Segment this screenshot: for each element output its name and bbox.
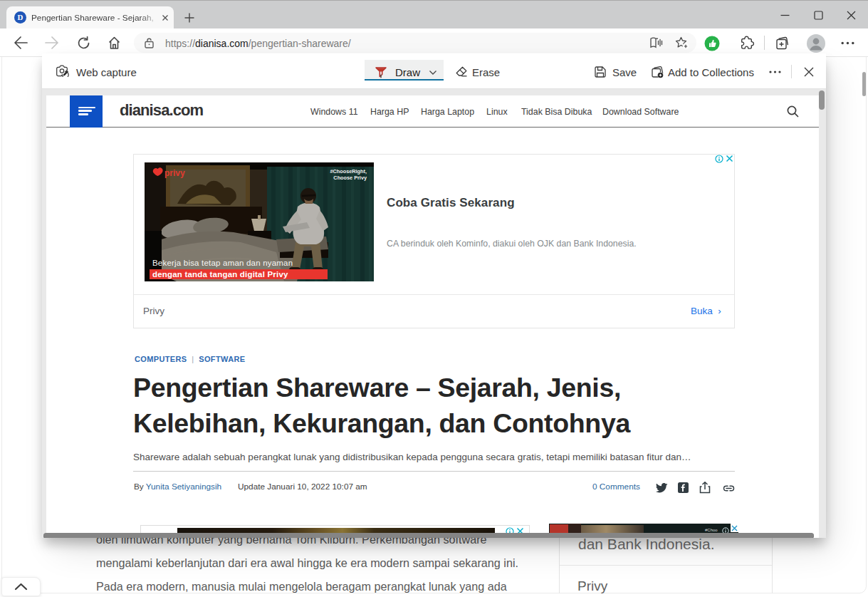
svg-text:Bekerja bisa tetap aman dan ny: Bekerja bisa tetap aman dan nyaman — [152, 259, 293, 267]
svg-text:dengan tanda tangan digital Pr: dengan tanda tangan digital Privy — [152, 270, 288, 279]
svg-text:D: D — [18, 13, 23, 21]
svg-text:privy: privy — [164, 168, 185, 178]
svg-text:Choose Privy: Choose Privy — [333, 175, 367, 181]
svg-text:#ChooseRight,: #ChooseRight, — [330, 168, 367, 175]
